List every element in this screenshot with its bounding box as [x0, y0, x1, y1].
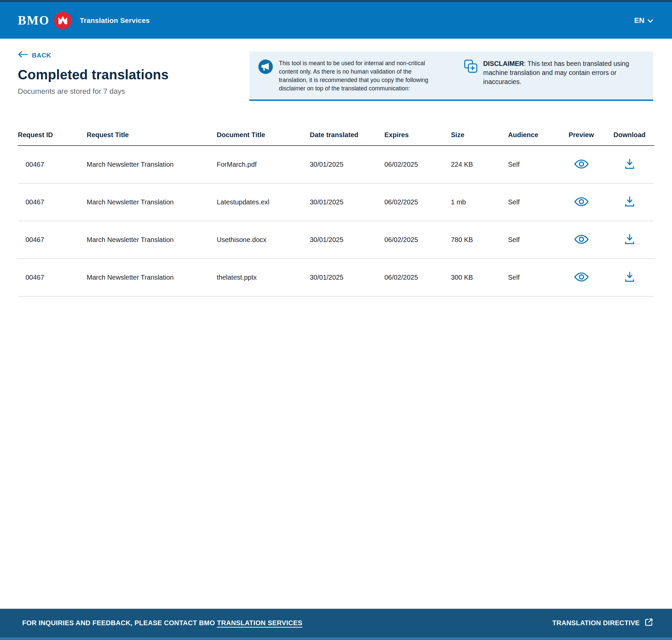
col-date-translated: Date translated	[310, 131, 384, 146]
table-row: 00467 March Newsletter Translation thela…	[18, 259, 654, 296]
eye-icon	[574, 234, 589, 245]
app-footer: FOR INQUIRIES AND FEEDBACK, PLEASE CONTA…	[0, 609, 672, 640]
table-row: 00467 March Newsletter Translation Useth…	[18, 221, 654, 259]
download-icon	[625, 272, 635, 283]
download-icon	[625, 234, 635, 246]
disclaimer-notice: DISCLAIMER: This text has been translate…	[451, 52, 653, 100]
col-expires: Expires	[384, 131, 451, 146]
completed-translations-table: Request ID Request Title Document Title …	[18, 131, 654, 296]
download-button[interactable]	[623, 270, 636, 285]
language-label: EN	[634, 16, 644, 25]
expires: 06/02/2025	[384, 259, 451, 296]
col-document-title: Document Title	[217, 131, 310, 146]
notice-panel: This tool is meant to be used for intern…	[249, 52, 653, 101]
document-title: Latestupdates.exl	[217, 183, 310, 221]
usage-notice: This tool is meant to be used for intern…	[249, 52, 451, 100]
bmo-logo-icon	[54, 12, 72, 29]
date-translated: 30/01/2025	[310, 146, 384, 183]
col-audience: Audience	[508, 131, 558, 146]
download-icon	[625, 196, 635, 208]
footer-accent-strip	[0, 637, 672, 640]
bmo-wordmark: BMO	[18, 13, 49, 28]
eye-icon	[574, 272, 589, 283]
download-icon	[625, 159, 635, 171]
preview-button[interactable]	[572, 271, 591, 285]
size: 300 KB	[451, 259, 508, 296]
back-arrow-icon	[18, 51, 28, 60]
expires: 06/02/2025	[384, 146, 451, 183]
back-label: BACK	[32, 52, 51, 59]
download-button[interactable]	[623, 233, 636, 247]
date-translated: 30/01/2025	[310, 221, 384, 259]
document-title: Usethisone.docx	[217, 221, 310, 259]
app-header: BMO Translation Services EN	[0, 2, 672, 39]
document-title: ForMarch.pdf	[217, 146, 310, 183]
download-button[interactable]	[623, 195, 636, 209]
chevron-down-icon	[647, 16, 653, 25]
request-title: March Newsletter Translation	[87, 146, 217, 183]
back-button[interactable]: BACK	[18, 51, 51, 60]
language-selector[interactable]: EN	[634, 16, 653, 25]
disclaimer-label: DISCLAIMER	[483, 60, 524, 67]
page-title: Completed translations	[18, 67, 249, 82]
col-size: Size	[451, 131, 508, 146]
disclaimer-text: DISCLAIMER: This text has been translate…	[483, 59, 643, 86]
usage-notice-text: This tool is meant to be used for intern…	[279, 59, 437, 93]
request-title: March Newsletter Translation	[87, 183, 217, 221]
page-subtitle: Documents are stored for 7 days	[18, 87, 249, 96]
table-header-row: Request ID Request Title Document Title …	[18, 131, 654, 146]
preview-button[interactable]	[572, 195, 591, 209]
app-title: Translation Services	[80, 16, 150, 25]
translation-directive-link[interactable]: TRANSLATION DIRECTIVE	[552, 618, 653, 628]
col-preview: Preview	[558, 131, 605, 146]
expires: 06/02/2025	[384, 183, 451, 221]
preview-button[interactable]	[572, 233, 591, 247]
size: 780 KB	[451, 221, 508, 259]
request-title: March Newsletter Translation	[87, 221, 217, 259]
document-title: thelatest.pptx	[217, 259, 310, 296]
col-request-title: Request Title	[87, 131, 217, 146]
request-id: 00467	[18, 183, 87, 221]
request-title: March Newsletter Translation	[87, 259, 217, 296]
expires: 06/02/2025	[384, 221, 451, 259]
audience: Self	[508, 146, 558, 183]
footer-inquiries-text: FOR INQUIRIES AND FEEDBACK, PLEASE CONTA…	[22, 619, 217, 627]
size: 1 mb	[451, 183, 508, 221]
audience: Self	[508, 221, 558, 259]
request-id: 00467	[18, 146, 87, 183]
request-id: 00467	[18, 259, 87, 296]
download-button[interactable]	[623, 157, 636, 172]
copy-disclaimer-icon	[464, 59, 478, 75]
brand-block: BMO Translation Services	[18, 12, 150, 29]
table-row: 00467 March Newsletter Translation Lates…	[18, 183, 654, 221]
size: 224 KB	[451, 146, 508, 183]
translation-services-link[interactable]: TRANSLATION SERVICES	[217, 619, 302, 627]
megaphone-icon	[258, 59, 273, 76]
footer-inquiries: FOR INQUIRIES AND FEEDBACK, PLEASE CONTA…	[22, 619, 302, 627]
col-download: Download	[605, 131, 654, 146]
date-translated: 30/01/2025	[310, 183, 384, 221]
audience: Self	[508, 259, 558, 296]
col-request-id: Request ID	[18, 131, 87, 146]
request-id: 00467	[18, 221, 87, 259]
translation-directive-label: TRANSLATION DIRECTIVE	[552, 619, 640, 627]
lead-row: BACK Completed translations Documents ar…	[0, 39, 672, 101]
audience: Self	[508, 183, 558, 221]
table-row: 00467 March Newsletter Translation ForMa…	[18, 146, 654, 183]
external-link-icon	[644, 618, 653, 628]
title-block: BACK Completed translations Documents ar…	[18, 39, 249, 96]
preview-button[interactable]	[572, 158, 591, 171]
eye-icon	[574, 197, 589, 208]
date-translated: 30/01/2025	[310, 259, 384, 296]
eye-icon	[574, 159, 589, 170]
